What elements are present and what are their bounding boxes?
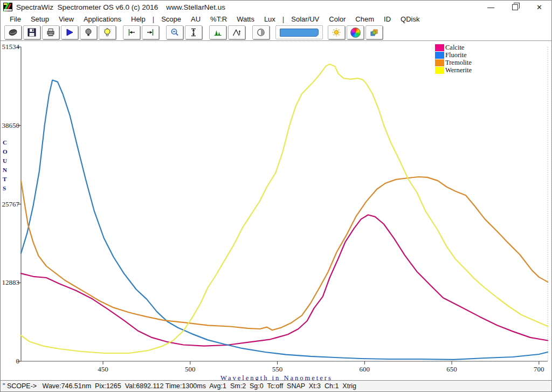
dark-reference-icon: [256, 27, 266, 37]
sun-reference-button[interactable]: [328, 25, 345, 39]
legend-swatch-wernerite: [435, 67, 444, 74]
menu-item-chem[interactable]: Chem: [350, 15, 379, 23]
app-icon: [3, 3, 12, 11]
close-button[interactable]: ✕: [527, 1, 551, 13]
dark-reference-button[interactable]: [252, 25, 270, 39]
svg-text:0: 0: [16, 357, 20, 365]
open-file-icon: [8, 27, 18, 37]
legend-item-wernerite: Wernerite: [435, 67, 472, 74]
wernerite-curve: [21, 64, 548, 353]
open-file-button[interactable]: [4, 25, 22, 39]
menu-item-qdisk[interactable]: QDisk: [396, 15, 424, 23]
peak-hold-button[interactable]: [228, 25, 245, 39]
svg-text:450: 450: [98, 365, 108, 373]
color-sample-button[interactable]: [365, 25, 383, 39]
lamp-off-button[interactable]: [80, 25, 97, 39]
svg-text:600: 600: [360, 365, 370, 373]
menu-item-setup[interactable]: Setup: [26, 15, 54, 23]
svg-text:51534: 51534: [2, 43, 20, 51]
axis-ticks-and-labels: 450500550600650700012883257673865051534: [2, 43, 544, 373]
restore-button[interactable]: [503, 1, 527, 13]
save-button[interactable]: [23, 25, 40, 39]
status-text: " SCOPE-> Wave:746.51nm Pix:1265 Val:689…: [3, 382, 356, 390]
spectrawiz-window: { "window": { "title": "SpectraWiz Spect…: [0, 0, 552, 392]
color-wheel-icon: [350, 27, 361, 38]
menu-item-help[interactable]: Help: [126, 15, 150, 23]
svg-text:500: 500: [185, 365, 196, 373]
spectrum-chart-canvas[interactable]: 450500550600650700012883257673865051534 …: [1, 40, 552, 382]
menu-item-au[interactable]: AU: [186, 15, 205, 23]
menu-item-lux[interactable]: Lux: [259, 15, 280, 23]
menu-item-color[interactable]: Color: [324, 15, 350, 23]
play-button[interactable]: [61, 25, 78, 39]
menu-separator: |: [150, 15, 156, 23]
autoscale-y-button[interactable]: [185, 25, 202, 39]
svg-text:O: O: [3, 148, 8, 155]
menu-item-id[interactable]: ID: [379, 15, 396, 23]
svg-text:38650: 38650: [2, 121, 20, 129]
svg-text:650: 650: [446, 365, 457, 373]
menu-item-solaruv[interactable]: Solar/UV: [286, 15, 324, 23]
spectrum-peaks-icon: [213, 27, 223, 37]
chart-legend: CalciteFluoriteTremoliteWernerite: [435, 44, 472, 74]
legend-swatch-fluorite: [435, 52, 444, 59]
zoom-out-button[interactable]: [166, 25, 183, 39]
window-controls: — ✕: [479, 1, 551, 13]
minimize-icon: —: [487, 3, 494, 11]
menu-item-tr[interactable]: %T:R: [205, 15, 232, 23]
svg-text:S: S: [3, 185, 6, 191]
legend-label-calcite: Calcite: [445, 44, 464, 51]
menu-item-applications[interactable]: Applications: [79, 15, 126, 23]
spectrum-curves: [21, 64, 548, 360]
restore-icon: [512, 4, 518, 10]
autoscale-y-icon: [189, 27, 198, 37]
goto-end-button[interactable]: [142, 25, 159, 39]
close-icon: ✕: [536, 3, 542, 11]
goto-start-icon: [127, 27, 136, 37]
color-wheel-button[interactable]: [347, 25, 364, 39]
legend-swatch-tremolite: [435, 59, 444, 66]
svg-text:12883: 12883: [2, 278, 20, 286]
print-button[interactable]: [42, 25, 59, 39]
print-icon: [46, 27, 56, 37]
chart-axes: [21, 47, 548, 361]
legend-label-wernerite: Wernerite: [445, 67, 472, 74]
legend-swatch-calcite: [435, 44, 444, 51]
progress-bar-button[interactable]: [275, 25, 323, 39]
legend-label-fluorite: Fluorite: [445, 52, 467, 59]
toolbar: [1, 25, 551, 40]
svg-text:N: N: [3, 167, 7, 173]
svg-text:25767: 25767: [2, 200, 20, 208]
legend-label-tremolite: Tremolite: [445, 59, 472, 66]
y-axis-title: COUNTS: [3, 139, 8, 191]
progress-bar: [280, 29, 319, 37]
save-icon: [27, 27, 37, 37]
menu-separator: |: [280, 15, 286, 23]
sun-reference-icon: [332, 27, 341, 37]
tremolite-curve: [21, 177, 548, 330]
menu-item-view[interactable]: View: [54, 15, 79, 23]
legend-item-tremolite: Tremolite: [435, 59, 472, 67]
color-sample-icon: [369, 27, 379, 37]
spectrum-peaks-button[interactable]: [209, 25, 226, 39]
play-icon: [65, 27, 74, 37]
svg-text:T: T: [3, 176, 7, 182]
fluorite-curve: [21, 80, 548, 360]
menu-item-watts[interactable]: Watts: [232, 15, 259, 23]
menu-bar: FileSetupViewApplicationsHelp|ScopeAU%T:…: [1, 13, 551, 25]
title-bar: SpectraWiz Spectrometer OS v6.0 (c) 2016…: [1, 1, 551, 13]
svg-text:U: U: [3, 157, 7, 164]
lamp-on-button[interactable]: [99, 25, 116, 39]
menu-item-scope[interactable]: Scope: [156, 15, 186, 23]
svg-text:700: 700: [534, 365, 544, 373]
svg-text:550: 550: [272, 365, 283, 373]
minimize-button[interactable]: —: [479, 1, 503, 13]
window-title: SpectraWiz Spectrometer OS v6.0 (c) 2016…: [16, 3, 225, 11]
goto-start-button[interactable]: [123, 25, 140, 39]
menu-item-file[interactable]: File: [5, 15, 26, 23]
goto-end-icon: [146, 27, 155, 37]
zoom-out-icon: [170, 27, 180, 37]
lamp-off-icon: [84, 27, 93, 37]
spectrum-plot: 450500550600650700012883257673865051534 …: [1, 41, 552, 382]
legend-item-fluorite: Fluorite: [435, 52, 472, 59]
